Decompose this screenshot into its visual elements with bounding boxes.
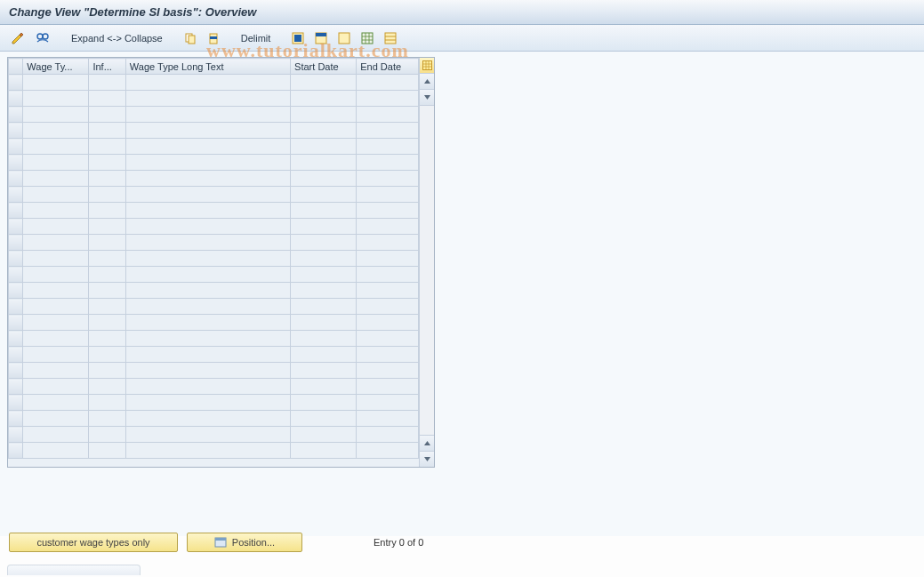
table-cell[interactable] [357, 75, 419, 91]
table-cell[interactable] [89, 427, 125, 443]
table-row[interactable] [9, 203, 419, 219]
table-cell[interactable] [291, 235, 357, 251]
row-selector[interactable] [9, 107, 23, 123]
table-cell[interactable] [89, 139, 125, 155]
table-cell[interactable] [89, 315, 125, 331]
row-selector-header[interactable] [9, 59, 23, 75]
col-wage-type-long[interactable]: Wage Type Long Text [125, 59, 290, 75]
table-cell[interactable] [291, 203, 357, 219]
table-cell[interactable] [357, 203, 419, 219]
table-cell[interactable] [125, 283, 290, 299]
table-row[interactable] [9, 235, 419, 251]
table-cell[interactable] [23, 427, 89, 443]
row-selector[interactable] [9, 187, 23, 203]
row-selector[interactable] [9, 123, 23, 139]
table-cell[interactable] [357, 379, 419, 395]
table-cell[interactable] [23, 139, 89, 155]
table-cell[interactable] [89, 443, 125, 459]
table-cell[interactable] [89, 363, 125, 379]
table-row[interactable] [9, 347, 419, 363]
table-cell[interactable] [89, 187, 125, 203]
table-cell[interactable] [357, 427, 419, 443]
table-row[interactable] [9, 283, 419, 299]
table-cell[interactable] [23, 251, 89, 267]
table-cell[interactable] [89, 395, 125, 411]
table-cell[interactable] [89, 267, 125, 283]
table-cell[interactable] [125, 251, 290, 267]
table-cell[interactable] [23, 315, 89, 331]
table-cell[interactable] [125, 411, 290, 427]
table-cell[interactable] [291, 251, 357, 267]
table-cell[interactable] [357, 139, 419, 155]
row-selector[interactable] [9, 299, 23, 315]
copy-icon[interactable] [181, 29, 200, 47]
table-cell[interactable] [23, 331, 89, 347]
table-row[interactable] [9, 331, 419, 347]
table-cell[interactable] [125, 203, 290, 219]
table-cell[interactable] [291, 187, 357, 203]
table-cell[interactable] [357, 251, 419, 267]
table-cell[interactable] [291, 267, 357, 283]
table-cell[interactable] [291, 171, 357, 187]
position-button[interactable]: Position... [187, 533, 302, 552]
table-cell[interactable] [357, 443, 419, 459]
row-selector[interactable] [9, 331, 23, 347]
table-cell[interactable] [357, 123, 419, 139]
row-selector[interactable] [9, 443, 23, 459]
row-selector[interactable] [9, 251, 23, 267]
table-cell[interactable] [125, 75, 290, 91]
table-cell[interactable] [357, 235, 419, 251]
row-selector[interactable] [9, 91, 23, 107]
row-selector[interactable] [9, 155, 23, 171]
table-row[interactable] [9, 155, 419, 171]
table-cell[interactable] [89, 251, 125, 267]
table-cell[interactable] [89, 91, 125, 107]
table-cell[interactable] [357, 107, 419, 123]
table-cell[interactable] [357, 267, 419, 283]
table-cell[interactable] [23, 171, 89, 187]
table-cell[interactable] [89, 203, 125, 219]
table-row[interactable] [9, 251, 419, 267]
table-cell[interactable] [125, 299, 290, 315]
table-cell[interactable] [23, 203, 89, 219]
table-cell[interactable] [89, 155, 125, 171]
table-cell[interactable] [125, 187, 290, 203]
row-selector[interactable] [9, 395, 23, 411]
table-cell[interactable] [357, 411, 419, 427]
col-start-date[interactable]: Start Date [291, 59, 357, 75]
table-cell[interactable] [125, 395, 290, 411]
selection-criteria-icon[interactable] [32, 29, 53, 47]
scroll-track[interactable] [420, 106, 434, 435]
table-cell[interactable] [125, 363, 290, 379]
table-cell[interactable] [125, 267, 290, 283]
col-wage-type[interactable]: Wage Ty... [23, 59, 89, 75]
table-cell[interactable] [125, 331, 290, 347]
table-cell[interactable] [291, 427, 357, 443]
table-row[interactable] [9, 91, 419, 107]
table-cell[interactable] [89, 379, 125, 395]
table-row[interactable] [9, 187, 419, 203]
table-row[interactable] [9, 299, 419, 315]
table-row[interactable] [9, 267, 419, 283]
table-cell[interactable] [23, 267, 89, 283]
print-icon[interactable] [381, 29, 400, 47]
table-cell[interactable] [291, 315, 357, 331]
table-row[interactable] [9, 363, 419, 379]
table-cell[interactable] [89, 331, 125, 347]
row-selector[interactable] [9, 363, 23, 379]
table-cell[interactable] [125, 443, 290, 459]
table-cell[interactable] [23, 283, 89, 299]
table-cell[interactable] [291, 283, 357, 299]
select-block-icon[interactable] [311, 29, 331, 47]
table-cell[interactable] [291, 75, 357, 91]
table-row[interactable] [9, 139, 419, 155]
scroll-step-up-icon[interactable] [420, 435, 434, 451]
table-cell[interactable] [23, 395, 89, 411]
table-cell[interactable] [23, 443, 89, 459]
table-cell[interactable] [357, 363, 419, 379]
table-cell[interactable] [291, 107, 357, 123]
table-cell[interactable] [357, 155, 419, 171]
table-cell[interactable] [23, 107, 89, 123]
table-cell[interactable] [23, 235, 89, 251]
row-selector[interactable] [9, 427, 23, 443]
